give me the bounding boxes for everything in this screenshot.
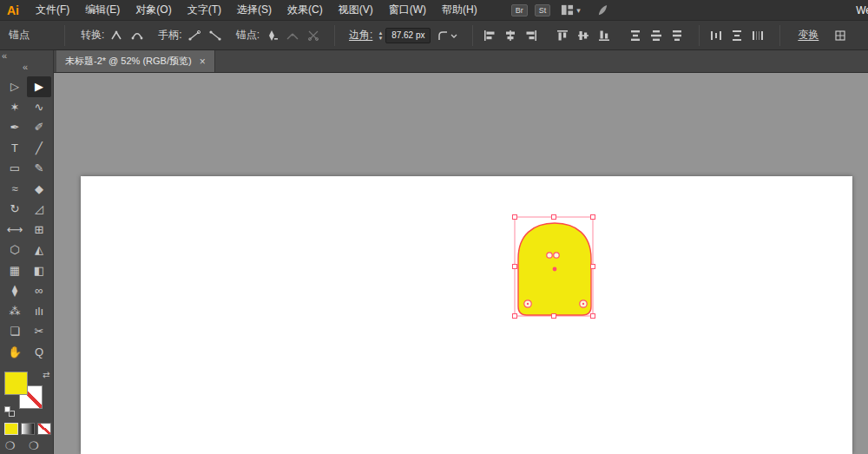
collapse-dock-icon[interactable]: « <box>2 50 7 61</box>
remove-anchor-button[interactable] <box>263 27 280 44</box>
fill-stroke-widget: ⇄ <box>4 372 51 420</box>
transform-widget-icon[interactable] <box>831 27 850 44</box>
none-button[interactable] <box>37 423 51 435</box>
distribute-vertical-center-button[interactable] <box>647 27 666 44</box>
show-handles-button[interactable] <box>186 27 203 44</box>
corner-type-dropdown[interactable] <box>434 27 460 44</box>
close-tab-icon[interactable]: × <box>200 56 206 68</box>
connect-anchors-button[interactable] <box>284 27 301 44</box>
menu-type[interactable]: 文字(T) <box>180 0 229 20</box>
bridge-button[interactable]: Br <box>511 4 528 16</box>
magic-wand-tool[interactable]: ✶ <box>3 97 27 118</box>
distribute-spacing-button[interactable] <box>748 27 767 44</box>
align-left-button[interactable] <box>480 27 499 44</box>
menu-object[interactable]: 对象(O) <box>128 0 179 20</box>
handle-bottom-center[interactable] <box>552 314 556 319</box>
menu-file[interactable]: 文件(F) <box>28 0 77 20</box>
eyedropper-tool[interactable]: ⧫ <box>3 280 27 301</box>
pencil-tool[interactable]: ✎ <box>27 158 51 179</box>
line-segment-tool[interactable]: ╱ <box>27 138 51 159</box>
symbol-sprayer-tool[interactable]: ⁂ <box>3 301 27 322</box>
default-fill-stroke-icon[interactable] <box>4 406 16 418</box>
tool-grid: ▷ ▶ ✶ ∿ ✒ ✐ T ╱ ▭ ✎ ≈ ◆ ↻ ◿ ⟷ ⊞ ⬡ ◭ ▦ ◧ … <box>3 76 51 362</box>
document-tab[interactable]: 未标题-2* @ 52% (RGB/预览) × <box>56 50 215 72</box>
gradient-button[interactable] <box>21 423 35 435</box>
distribute-bottom-button[interactable] <box>667 27 687 44</box>
stock-button[interactable]: St <box>535 4 551 16</box>
arrange-documents-icon[interactable] <box>561 3 574 16</box>
gradient-tool[interactable]: ◧ <box>27 260 51 281</box>
stepper-down-icon[interactable]: ▼ <box>378 36 383 41</box>
distribute-vertical-space-button[interactable] <box>727 27 746 44</box>
pen-tool[interactable]: ✒ <box>3 117 27 138</box>
distribute-horizontal-space-button[interactable] <box>707 27 726 44</box>
draw-mode-icons[interactable]: ❍ ❍ <box>5 439 44 452</box>
selection-tool[interactable]: ▶ <box>27 76 51 97</box>
column-graph-tool[interactable]: ılı <box>27 301 51 322</box>
type-tool[interactable]: T <box>3 138 27 159</box>
lasso-tool[interactable]: ∿ <box>27 97 51 118</box>
rotate-tool[interactable]: ↻ <box>3 199 27 220</box>
fill-swatch[interactable] <box>4 372 28 395</box>
canvas-area[interactable] <box>54 73 868 454</box>
corner-widget-bottom-left-dot <box>527 303 529 305</box>
shape-builder-tool[interactable]: ⬡ <box>3 240 27 260</box>
blend-tool[interactable]: ∞ <box>27 280 51 301</box>
slice-tool[interactable]: ✂ <box>27 321 51 342</box>
paintbrush-icon: ✐ <box>35 121 44 134</box>
menu-effect[interactable]: 效果(C) <box>279 0 331 20</box>
width-tool[interactable]: ⟷ <box>3 220 27 240</box>
align-bottom-button[interactable] <box>595 27 614 44</box>
handle-top-center[interactable] <box>552 215 556 220</box>
menu-select[interactable]: 选择(S) <box>229 0 279 20</box>
workspace-switcher[interactable]: We <box>856 4 868 16</box>
align-horizontal-center-button[interactable] <box>501 27 520 44</box>
eraser-tool[interactable]: ◆ <box>27 179 51 200</box>
direct-selection-tool[interactable]: ▷ <box>3 76 27 97</box>
handle-bottom-left[interactable] <box>513 314 517 319</box>
handle-middle-right[interactable] <box>591 265 595 269</box>
menu-window[interactable]: 窗口(W) <box>381 0 434 20</box>
mesh-tool[interactable]: ▦ <box>3 260 27 281</box>
hand-tool[interactable]: ✋ <box>3 342 27 363</box>
shaper-tool[interactable]: ≈ <box>3 179 27 200</box>
perspective-grid-tool[interactable]: ◭ <box>27 240 51 260</box>
handle-top-right[interactable] <box>591 215 595 220</box>
share-icon[interactable] <box>596 3 609 16</box>
align-right-button[interactable] <box>522 27 541 44</box>
artboard[interactable] <box>81 176 852 454</box>
zoom-tool[interactable]: Q <box>27 342 51 363</box>
align-vertical-center-button[interactable] <box>574 27 593 44</box>
pen-icon: ✒ <box>10 121 20 134</box>
artboard-tool[interactable]: ❏ <box>3 321 27 342</box>
selected-shape-group[interactable] <box>512 214 651 326</box>
corner-widget-top-a[interactable] <box>547 253 552 258</box>
handle-top-left[interactable] <box>513 215 517 220</box>
align-top-button[interactable] <box>553 27 572 44</box>
hide-handles-button[interactable] <box>207 27 224 44</box>
color-button[interactable] <box>4 423 18 435</box>
convert-to-smooth-button[interactable] <box>128 27 146 44</box>
distribute-top-button[interactable] <box>626 27 645 44</box>
transform-link[interactable]: 变换 <box>798 28 819 43</box>
paintbrush-tool[interactable]: ✐ <box>27 117 51 138</box>
convert-to-corner-button[interactable] <box>108 27 125 44</box>
collapse-tools-icon[interactable]: « <box>23 62 28 72</box>
free-transform-tool[interactable]: ⊞ <box>27 220 51 240</box>
menu-view[interactable]: 视图(V) <box>331 0 381 20</box>
eyedropper-icon: ⧫ <box>12 284 17 297</box>
corner-radius-input[interactable]: 87.62 px <box>385 28 431 43</box>
menu-help[interactable]: 帮助(H) <box>434 0 485 20</box>
scale-tool[interactable]: ◿ <box>27 199 51 220</box>
handle-bottom-right[interactable] <box>591 314 595 319</box>
shape-center-point[interactable] <box>553 267 557 272</box>
cut-path-button[interactable] <box>305 27 322 44</box>
corner-stepper[interactable]: ▲ ▼ <box>378 30 383 41</box>
handle-middle-left[interactable] <box>513 265 517 269</box>
corner-widget-top-b[interactable] <box>554 253 559 258</box>
corner-link[interactable]: 边角: <box>349 28 372 43</box>
chevron-down-icon[interactable]: ▾ <box>576 6 581 15</box>
swap-fill-stroke-icon[interactable]: ⇄ <box>43 370 49 379</box>
rectangle-tool[interactable]: ▭ <box>3 158 27 179</box>
menu-edit[interactable]: 编辑(E) <box>77 0 128 20</box>
